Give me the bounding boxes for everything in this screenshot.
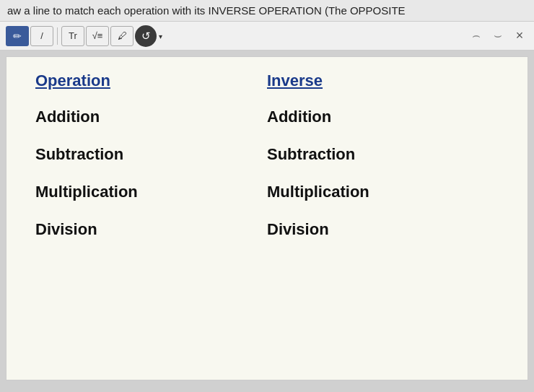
undo-curved-icon: ⌢	[472, 28, 481, 43]
pencil-filled-icon: ✏	[13, 30, 22, 42]
instruction-text: aw a line to match each operation with i…	[7, 4, 406, 17]
right-item-multiplication: Multiplication	[267, 183, 499, 201]
left-item-multiplication: Multiplication	[35, 183, 267, 201]
text-button[interactable]: Tr	[61, 26, 84, 46]
redo-button[interactable]: ⌣	[489, 27, 507, 45]
left-column: Operation Addition Subtraction Multiplic…	[35, 71, 267, 258]
undo-icon: ↺	[141, 30, 151, 43]
sqrt-icon: √≡	[92, 30, 103, 41]
separator-1	[57, 27, 58, 45]
toolbar: ✏ / Tr √≡ 🖊 ↺ ▾ ⌢ ⌣ ×	[0, 22, 534, 51]
text-icon: Tr	[69, 30, 77, 41]
pencil-icon: /	[40, 30, 43, 41]
redo-curved-icon: ⌣	[494, 28, 502, 43]
left-column-header: Operation	[35, 71, 267, 90]
right-item-division: Division	[267, 220, 499, 239]
pencil-button[interactable]: /	[30, 26, 53, 46]
main-content: Operation Addition Subtraction Multiplic…	[6, 56, 528, 380]
instruction-bar: aw a line to match each operation with i…	[0, 0, 534, 22]
left-item-division: Division	[35, 220, 267, 239]
pencil-filled-button[interactable]: ✏	[6, 26, 29, 46]
undo-circle-button[interactable]: ↺ ▾	[135, 25, 157, 47]
sqrt-button[interactable]: √≡	[86, 26, 109, 46]
right-column-header: Inverse	[267, 71, 499, 90]
left-item-addition: Addition	[35, 108, 267, 126]
toolbar-right: ⌢ ⌣ ×	[468, 27, 528, 45]
columns-container: Operation Addition Subtraction Multiplic…	[35, 71, 499, 258]
undo-button[interactable]: ⌢	[468, 27, 485, 45]
close-button[interactable]: ×	[511, 27, 528, 45]
left-item-subtraction: Subtraction	[35, 145, 267, 164]
eraser-icon: 🖊	[118, 30, 127, 41]
close-icon: ×	[516, 28, 524, 43]
dropdown-arrow-icon: ▾	[159, 32, 162, 40]
right-item-addition: Addition	[267, 108, 499, 126]
right-item-subtraction: Subtraction	[267, 145, 499, 164]
eraser-button[interactable]: 🖊	[110, 26, 134, 46]
right-column: Inverse Addition Subtraction Multiplicat…	[267, 71, 499, 258]
